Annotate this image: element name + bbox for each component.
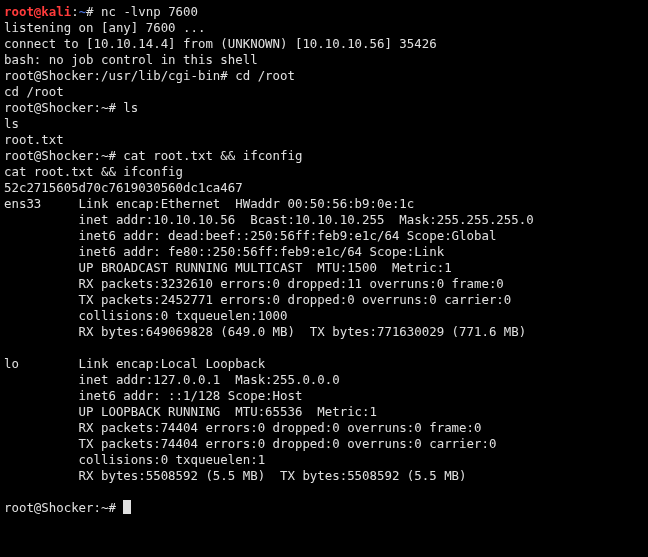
output-line: inet6 addr: ::1/128 Scope:Host	[4, 388, 302, 403]
output-line: RX bytes:5508592 (5.5 MB) TX bytes:55085…	[4, 468, 467, 483]
prompt-hash: #	[86, 4, 93, 19]
output-line: collisions:0 txqueuelen:1	[4, 452, 273, 467]
cmd-text: nc -lvnp 7600	[94, 4, 198, 19]
prompt-sep: :	[71, 4, 78, 19]
cursor-icon	[123, 500, 131, 514]
output-line: cd /root	[4, 84, 64, 99]
output-line: inet addr:127.0.0.1 Mask:255.0.0.0	[4, 372, 340, 387]
prompt-line: root@kali:~# nc -lvnp 7600	[4, 4, 198, 19]
prompt-user: root	[4, 4, 34, 19]
output-line: RX packets:74404 errors:0 dropped:0 over…	[4, 420, 481, 435]
output-line: RX packets:3232610 errors:0 dropped:11 o…	[4, 276, 504, 291]
output-line: inet6 addr: dead:beef::250:56ff:feb9:e1c…	[4, 228, 496, 243]
output-line: ls	[4, 116, 19, 131]
output-line: root@Shocker:~# cat root.txt && ifconfig	[4, 148, 302, 163]
output-line: ens33 Link encap:Ethernet HWaddr 00:50:5…	[4, 196, 429, 211]
output-line: connect to [10.10.14.4] from (UNKNOWN) […	[4, 36, 437, 51]
output-line: TX packets:74404 errors:0 dropped:0 over…	[4, 436, 496, 451]
output-line	[4, 484, 11, 499]
output-line: RX bytes:649069828 (649.0 MB) TX bytes:7…	[4, 324, 526, 339]
output-line: UP BROADCAST RUNNING MULTICAST MTU:1500 …	[4, 260, 452, 275]
output-line: inet6 addr: fe80::250:56ff:feb9:e1c/64 S…	[4, 244, 444, 259]
output-line: bash: no job control in this shell	[4, 52, 258, 67]
output-line: 52c2715605d70c7619030560dc1ca467	[4, 180, 243, 195]
final-prompt: root@Shocker:~#	[4, 500, 123, 515]
output-line: UP LOOPBACK RUNNING MTU:65536 Metric:1	[4, 404, 377, 419]
output-line: collisions:0 txqueuelen:1000	[4, 308, 295, 323]
output-line: root.txt	[4, 132, 64, 147]
output-line: lo Link encap:Local Loopback	[4, 356, 280, 371]
prompt-path: ~	[79, 4, 86, 19]
output-line: listening on [any] 7600 ...	[4, 20, 205, 35]
output-line: TX packets:2452771 errors:0 dropped:0 ov…	[4, 292, 511, 307]
output-line: inet addr:10.10.10.56 Bcast:10.10.10.255…	[4, 212, 534, 227]
output-line: root@Shocker:~# ls	[4, 100, 138, 115]
output-line	[4, 340, 11, 355]
prompt-host: kali	[41, 4, 71, 19]
output-line: cat root.txt && ifconfig	[4, 164, 183, 179]
terminal[interactable]: root@kali:~# nc -lvnp 7600 listening on …	[0, 0, 648, 557]
output-line: root@Shocker:/usr/lib/cgi-bin# cd /root	[4, 68, 295, 83]
